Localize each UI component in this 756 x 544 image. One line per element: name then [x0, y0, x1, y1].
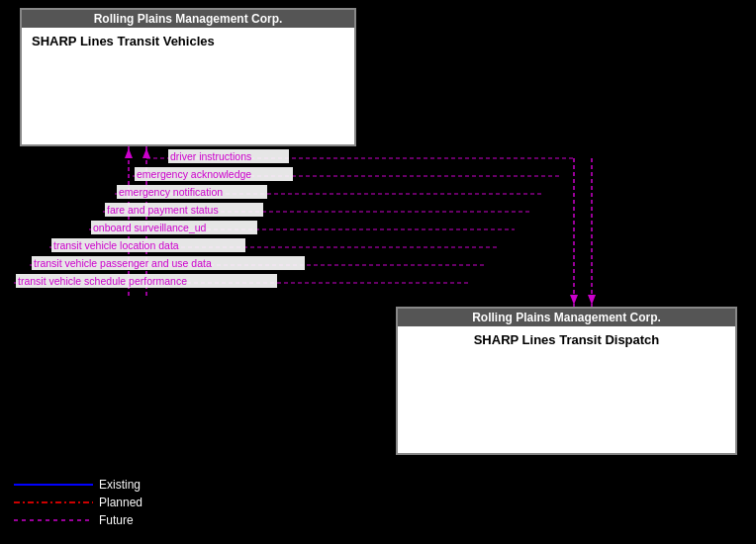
label-location-data: transit vehicle location data [53, 239, 179, 251]
legend-existing-label: Existing [99, 478, 141, 492]
svg-marker-7 [588, 295, 596, 305]
label-onboard-surveillance: onboard surveillance_ud [93, 222, 207, 233]
label-driver-instructions: driver instructions [170, 150, 251, 162]
svg-marker-4 [125, 148, 133, 158]
legend-future-label: Future [99, 513, 134, 527]
label-schedule-performance: transit vehicle schedule performance [18, 275, 187, 287]
svg-marker-6 [570, 295, 578, 305]
label-passenger-data: transit vehicle passenger and use data [34, 257, 212, 269]
diagram-svg: driver instructions emergency acknowledg… [0, 0, 756, 544]
label-fare-payment: fare and payment status [107, 204, 219, 216]
diagram-area: Rolling Plains Management Corp. SHARP Li… [0, 0, 756, 544]
label-emergency-notification: emergency notification [119, 186, 223, 198]
legend-planned-label: Planned [99, 496, 142, 509]
svg-marker-5 [142, 148, 150, 158]
label-emergency-acknowledge: emergency acknowledge [137, 168, 251, 180]
